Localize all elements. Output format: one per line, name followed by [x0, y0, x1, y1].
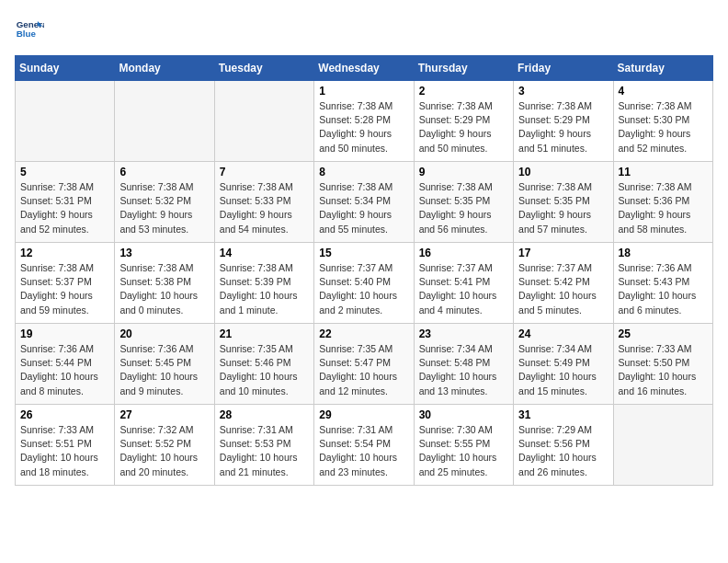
- day-number: 28: [220, 408, 309, 421]
- day-number: 17: [518, 247, 608, 259]
- day-info: Sunrise: 7:38 AM Sunset: 5:30 PM Dayligh…: [619, 99, 708, 155]
- day-number: 31: [518, 408, 608, 421]
- logo-icon: General Blue: [15, 15, 44, 44]
- day-info: Sunrise: 7:37 AM Sunset: 5:40 PM Dayligh…: [319, 261, 408, 317]
- day-info: Sunrise: 7:38 AM Sunset: 5:34 PM Dayligh…: [319, 180, 408, 236]
- calendar-cell: 4Sunrise: 7:38 AM Sunset: 5:30 PM Daylig…: [613, 81, 712, 162]
- day-info: Sunrise: 7:38 AM Sunset: 5:31 PM Dayligh…: [20, 180, 109, 236]
- day-info: Sunrise: 7:38 AM Sunset: 5:32 PM Dayligh…: [119, 180, 209, 236]
- day-number: 5: [20, 166, 109, 178]
- day-info: Sunrise: 7:37 AM Sunset: 5:42 PM Dayligh…: [518, 261, 608, 317]
- day-info: Sunrise: 7:36 AM Sunset: 5:44 PM Dayligh…: [20, 342, 109, 398]
- calendar-cell: 14Sunrise: 7:38 AM Sunset: 5:39 PM Dayli…: [214, 243, 313, 324]
- day-number: 9: [419, 166, 508, 178]
- calendar-cell: 2Sunrise: 7:38 AM Sunset: 5:29 PM Daylig…: [414, 81, 513, 162]
- day-number: 27: [119, 408, 209, 421]
- calendar-week-row: 26Sunrise: 7:33 AM Sunset: 5:51 PM Dayli…: [16, 405, 713, 486]
- day-info: Sunrise: 7:38 AM Sunset: 5:35 PM Dayligh…: [518, 180, 608, 236]
- calendar-cell: 15Sunrise: 7:37 AM Sunset: 5:40 PM Dayli…: [314, 243, 414, 324]
- day-number: 7: [220, 166, 309, 178]
- column-header-saturday: Saturday: [613, 56, 712, 81]
- day-number: 4: [619, 85, 708, 98]
- day-number: 29: [319, 408, 408, 421]
- calendar-cell: [16, 81, 115, 162]
- calendar-cell: 19Sunrise: 7:36 AM Sunset: 5:44 PM Dayli…: [16, 324, 115, 405]
- column-header-sunday: Sunday: [16, 56, 115, 81]
- calendar-cell: 18Sunrise: 7:36 AM Sunset: 5:43 PM Dayli…: [613, 243, 712, 324]
- calendar-week-row: 19Sunrise: 7:36 AM Sunset: 5:44 PM Dayli…: [16, 324, 713, 405]
- calendar-cell: 29Sunrise: 7:31 AM Sunset: 5:54 PM Dayli…: [314, 405, 414, 486]
- calendar-cell: 27Sunrise: 7:32 AM Sunset: 5:52 PM Dayli…: [115, 405, 214, 486]
- calendar-cell: 25Sunrise: 7:33 AM Sunset: 5:50 PM Dayli…: [613, 324, 712, 405]
- column-header-friday: Friday: [514, 56, 613, 81]
- day-number: 25: [619, 327, 708, 340]
- calendar-week-row: 12Sunrise: 7:38 AM Sunset: 5:37 PM Dayli…: [16, 243, 713, 324]
- day-number: 13: [119, 247, 209, 259]
- calendar-week-row: 1Sunrise: 7:38 AM Sunset: 5:28 PM Daylig…: [16, 81, 713, 162]
- day-number: 12: [20, 247, 109, 259]
- day-info: Sunrise: 7:38 AM Sunset: 5:33 PM Dayligh…: [220, 180, 309, 236]
- day-info: Sunrise: 7:36 AM Sunset: 5:45 PM Dayligh…: [119, 342, 209, 398]
- calendar-cell: 23Sunrise: 7:34 AM Sunset: 5:48 PM Dayli…: [414, 324, 513, 405]
- calendar-cell: 26Sunrise: 7:33 AM Sunset: 5:51 PM Dayli…: [16, 405, 115, 486]
- column-header-wednesday: Wednesday: [314, 56, 414, 81]
- day-info: Sunrise: 7:33 AM Sunset: 5:50 PM Dayligh…: [619, 342, 708, 398]
- day-info: Sunrise: 7:38 AM Sunset: 5:35 PM Dayligh…: [419, 180, 508, 236]
- calendar-cell: 5Sunrise: 7:38 AM Sunset: 5:31 PM Daylig…: [16, 162, 115, 243]
- calendar-cell: 13Sunrise: 7:38 AM Sunset: 5:38 PM Dayli…: [115, 243, 214, 324]
- day-info: Sunrise: 7:37 AM Sunset: 5:41 PM Dayligh…: [419, 261, 508, 317]
- day-number: 8: [319, 166, 408, 178]
- day-info: Sunrise: 7:38 AM Sunset: 5:36 PM Dayligh…: [619, 180, 708, 236]
- calendar-week-row: 5Sunrise: 7:38 AM Sunset: 5:31 PM Daylig…: [16, 162, 713, 243]
- day-number: 10: [518, 166, 608, 178]
- day-info: Sunrise: 7:31 AM Sunset: 5:54 PM Dayligh…: [319, 423, 408, 479]
- day-info: Sunrise: 7:31 AM Sunset: 5:53 PM Dayligh…: [220, 423, 309, 479]
- svg-text:Blue: Blue: [17, 29, 37, 39]
- calendar-cell: 6Sunrise: 7:38 AM Sunset: 5:32 PM Daylig…: [115, 162, 214, 243]
- calendar-cell: 24Sunrise: 7:34 AM Sunset: 5:49 PM Dayli…: [514, 324, 613, 405]
- calendar-cell: 16Sunrise: 7:37 AM Sunset: 5:41 PM Dayli…: [414, 243, 513, 324]
- day-info: Sunrise: 7:38 AM Sunset: 5:38 PM Dayligh…: [119, 261, 209, 317]
- day-number: 18: [619, 247, 708, 259]
- calendar-cell: 11Sunrise: 7:38 AM Sunset: 5:36 PM Dayli…: [613, 162, 712, 243]
- day-number: 20: [119, 327, 209, 340]
- calendar-cell: 28Sunrise: 7:31 AM Sunset: 5:53 PM Dayli…: [214, 405, 313, 486]
- day-info: Sunrise: 7:36 AM Sunset: 5:43 PM Dayligh…: [619, 261, 708, 317]
- column-header-thursday: Thursday: [414, 56, 513, 81]
- calendar-cell: [115, 81, 214, 162]
- day-info: Sunrise: 7:34 AM Sunset: 5:49 PM Dayligh…: [518, 342, 608, 398]
- calendar-cell: 9Sunrise: 7:38 AM Sunset: 5:35 PM Daylig…: [414, 162, 513, 243]
- day-info: Sunrise: 7:34 AM Sunset: 5:48 PM Dayligh…: [419, 342, 508, 398]
- day-info: Sunrise: 7:30 AM Sunset: 5:55 PM Dayligh…: [419, 423, 508, 479]
- day-info: Sunrise: 7:33 AM Sunset: 5:51 PM Dayligh…: [20, 423, 109, 479]
- day-info: Sunrise: 7:38 AM Sunset: 5:28 PM Dayligh…: [319, 99, 408, 155]
- day-info: Sunrise: 7:35 AM Sunset: 5:47 PM Dayligh…: [319, 342, 408, 398]
- calendar-cell: 3Sunrise: 7:38 AM Sunset: 5:29 PM Daylig…: [514, 81, 613, 162]
- calendar-cell: [613, 405, 712, 486]
- calendar-cell: 20Sunrise: 7:36 AM Sunset: 5:45 PM Dayli…: [115, 324, 214, 405]
- day-number: 1: [319, 85, 408, 98]
- column-header-monday: Monday: [115, 56, 214, 81]
- day-number: 30: [419, 408, 508, 421]
- calendar-cell: 22Sunrise: 7:35 AM Sunset: 5:47 PM Dayli…: [314, 324, 414, 405]
- day-info: Sunrise: 7:29 AM Sunset: 5:56 PM Dayligh…: [518, 423, 608, 479]
- logo: General Blue: [15, 15, 44, 44]
- calendar-cell: 31Sunrise: 7:29 AM Sunset: 5:56 PM Dayli…: [514, 405, 613, 486]
- day-info: Sunrise: 7:38 AM Sunset: 5:39 PM Dayligh…: [220, 261, 309, 317]
- day-number: 24: [518, 327, 608, 340]
- day-info: Sunrise: 7:35 AM Sunset: 5:46 PM Dayligh…: [220, 342, 309, 398]
- day-number: 11: [619, 166, 708, 178]
- day-info: Sunrise: 7:38 AM Sunset: 5:29 PM Dayligh…: [518, 99, 608, 155]
- column-header-tuesday: Tuesday: [214, 56, 313, 81]
- day-number: 23: [419, 327, 508, 340]
- day-number: 3: [518, 85, 608, 98]
- day-number: 22: [319, 327, 408, 340]
- day-number: 14: [220, 247, 309, 259]
- day-number: 6: [119, 166, 209, 178]
- calendar-cell: 1Sunrise: 7:38 AM Sunset: 5:28 PM Daylig…: [314, 81, 414, 162]
- day-info: Sunrise: 7:32 AM Sunset: 5:52 PM Dayligh…: [119, 423, 209, 479]
- calendar-cell: 30Sunrise: 7:30 AM Sunset: 5:55 PM Dayli…: [414, 405, 513, 486]
- calendar-cell: 8Sunrise: 7:38 AM Sunset: 5:34 PM Daylig…: [314, 162, 414, 243]
- day-info: Sunrise: 7:38 AM Sunset: 5:29 PM Dayligh…: [419, 99, 508, 155]
- day-number: 15: [319, 247, 408, 259]
